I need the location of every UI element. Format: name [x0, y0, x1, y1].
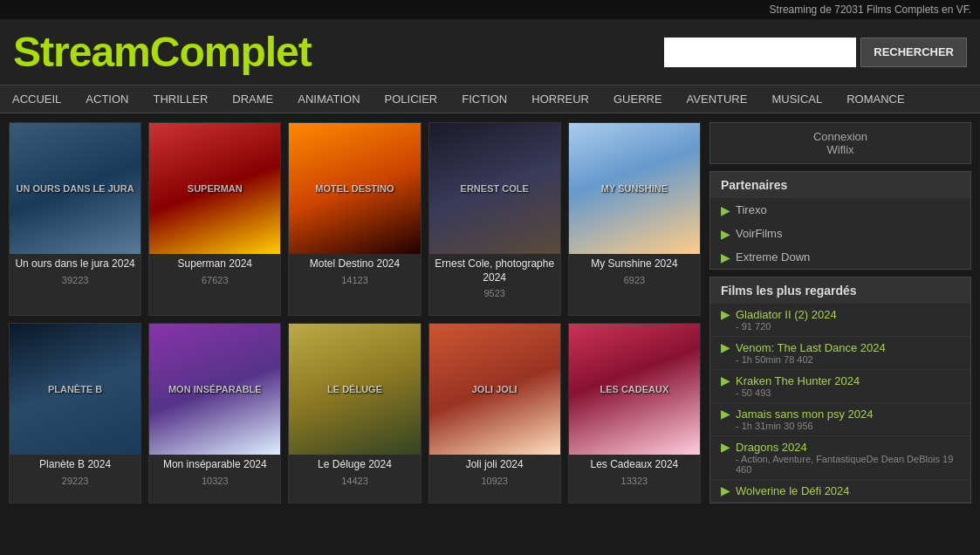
movie-title: Mon inséparable 2024 — [149, 455, 280, 474]
nav-item-horreur[interactable]: HORREUR — [519, 86, 601, 113]
movie-card[interactable]: ERNEST COLEErnest Cole, photographe 2024… — [428, 122, 561, 316]
movie-grid: UN OURS DANS LE JURAUn ours dans le jura… — [9, 122, 701, 504]
connexion-box: Connexion Wiflix — [709, 122, 971, 164]
movie-views: 6923 — [569, 273, 700, 290]
movie-views: 10323 — [149, 474, 280, 490]
movie-card[interactable]: UN OURS DANS LE JURAUn ours dans le jura… — [9, 122, 141, 316]
film-item-content: Jamais sans mon psy 2024- 1h 31min 30 95… — [736, 408, 960, 431]
nav-item-action[interactable]: ACTION — [73, 86, 140, 113]
partenaire-item[interactable]: ▶Extreme Down — [710, 245, 970, 269]
connexion-link[interactable]: Connexion — [721, 130, 960, 143]
movie-views: 29223 — [10, 474, 140, 490]
film-item: ▶Venom: The Last Dance 2024- 1h 50min 78… — [710, 337, 970, 370]
film-item: ▶Wolverine le Défi 2024 — [710, 480, 970, 503]
partenaires-box: Partenaires ▶Tirexo▶VoirFilms▶Extreme Do… — [709, 171, 971, 270]
film-item: ▶Kraken The Hunter 2024- 50 493 — [710, 370, 970, 403]
film-item-title[interactable]: Gladiator II (2) 2024 — [736, 308, 960, 321]
search-area: RECHERCHER — [664, 38, 967, 67]
partenaires-title: Partenaires — [710, 172, 970, 198]
movie-views: 14123 — [289, 273, 420, 290]
movie-card[interactable]: JOLI JOLIJoli joli 202410923 — [428, 323, 561, 504]
film-item-title[interactable]: Venom: The Last Dance 2024 — [736, 341, 960, 354]
arrow-icon: ▶ — [721, 441, 730, 453]
film-item: ▶Dragons 2024- Action, Aventure, Fantast… — [710, 436, 970, 480]
nav-item-fiction[interactable]: FICTION — [449, 86, 519, 113]
movie-title: Les Cadeaux 2024 — [569, 455, 700, 474]
nav-item-guerre[interactable]: GUERRE — [601, 86, 675, 113]
nav-item-policier[interactable]: POLICIER — [373, 86, 450, 113]
movie-views: 67623 — [149, 273, 280, 290]
partenaire-item[interactable]: ▶VoirFilms — [710, 222, 970, 245]
movie-poster: LES CADEAUX — [569, 324, 700, 455]
logo[interactable]: StreamComplet — [13, 28, 312, 76]
movie-poster: SUPERMAN — [149, 123, 280, 254]
film-item-content: Wolverine le Défi 2024 — [736, 484, 960, 497]
movie-views: 9523 — [429, 286, 560, 303]
sidebar: Connexion Wiflix Partenaires ▶Tirexo▶Voi… — [709, 122, 971, 504]
search-button[interactable]: RECHERCHER — [860, 38, 967, 67]
movie-poster: LE DÉLUGE — [289, 324, 420, 455]
film-item-title[interactable]: Wolverine le Défi 2024 — [736, 484, 960, 497]
nav-item-aventure[interactable]: AVENTURE — [675, 86, 760, 113]
movie-card[interactable]: SUPERMANSuperman 202467623 — [148, 122, 281, 316]
movie-poster: UN OURS DANS LE JURA — [10, 123, 140, 254]
arrow-icon: ▶ — [721, 341, 730, 353]
movie-title: Joli joli 2024 — [429, 455, 560, 474]
arrow-icon: ▶ — [721, 484, 730, 497]
film-item-content: Kraken The Hunter 2024- 50 493 — [736, 374, 960, 398]
films-list: ▶Gladiator II (2) 2024- 91 720▶Venom: Th… — [710, 304, 970, 503]
movie-views: 13323 — [569, 474, 700, 490]
movie-card[interactable]: LE DÉLUGELe Déluge 202414423 — [288, 323, 421, 504]
movie-card[interactable]: LES CADEAUXLes Cadeaux 202413323 — [568, 323, 701, 504]
movie-title: Superman 2024 — [149, 254, 280, 273]
films-box: Films les plus regardés ▶Gladiator II (2… — [709, 277, 971, 504]
movie-card[interactable]: MON INSÉPARABLEMon inséparable 202410323 — [148, 323, 281, 504]
movie-poster: MON INSÉPARABLE — [149, 324, 280, 455]
film-item-title[interactable]: Kraken The Hunter 2024 — [736, 374, 960, 387]
arrow-icon: ▶ — [721, 408, 730, 420]
movie-title: My Sunshine 2024 — [569, 254, 700, 273]
movie-views: 39223 — [10, 273, 140, 290]
film-item-meta: - 50 493 — [736, 387, 960, 398]
movie-title: Motel Destino 2024 — [289, 254, 420, 273]
movie-card[interactable]: MY SUNSHINEMy Sunshine 20246923 — [568, 122, 701, 316]
arrow-icon: ▶ — [721, 374, 730, 387]
arrow-icon: ▶ — [721, 251, 730, 264]
film-item: ▶Gladiator II (2) 2024- 91 720 — [710, 304, 970, 337]
header: StreamComplet RECHERCHER — [0, 19, 980, 85]
wiflix-link[interactable]: Wiflix — [721, 143, 960, 156]
movie-poster: ERNEST COLE — [429, 123, 560, 254]
movie-card[interactable]: PLANÈTE BPlanète B 202429223 — [9, 323, 141, 504]
movie-card[interactable]: MOTEL DESTINOMotel Destino 202414123 — [288, 122, 421, 316]
partenaire-label: VoirFilms — [736, 227, 782, 240]
film-item-meta: - Action, Aventure, FantastiqueDe Dean D… — [736, 454, 960, 475]
film-item: ▶Jamais sans mon psy 2024- 1h 31min 30 9… — [710, 403, 970, 436]
film-item-content: Gladiator II (2) 2024- 91 720 — [736, 308, 960, 332]
nav-item-romance[interactable]: ROMANCE — [834, 86, 916, 113]
movie-poster: MY SUNSHINE — [569, 123, 700, 254]
film-item-meta: - 1h 50min 78 402 — [736, 354, 960, 365]
nav-item-thriller[interactable]: THRILLER — [140, 86, 220, 113]
movie-title: Planète B 2024 — [10, 455, 140, 474]
movie-poster: PLANÈTE B — [10, 324, 140, 455]
nav-item-musical[interactable]: MUSICAL — [759, 86, 834, 113]
arrow-icon: ▶ — [721, 204, 730, 216]
search-input[interactable] — [664, 38, 856, 67]
partenaire-item[interactable]: ▶Tirexo — [710, 198, 970, 222]
film-item-title[interactable]: Dragons 2024 — [736, 441, 960, 454]
movie-title: Un ours dans le jura 2024 — [10, 254, 140, 273]
film-item-title[interactable]: Jamais sans mon psy 2024 — [736, 408, 960, 421]
movie-poster: JOLI JOLI — [429, 324, 560, 455]
nav-item-animation[interactable]: ANIMATION — [285, 86, 372, 113]
arrow-icon: ▶ — [721, 308, 730, 320]
partenaire-label: Tirexo — [736, 203, 767, 216]
topbar-text: Streaming de 72031 Films Complets en VF. — [770, 3, 971, 16]
partenaires-list: ▶Tirexo▶VoirFilms▶Extreme Down — [710, 198, 970, 269]
nav-item-drame[interactable]: DRAME — [220, 86, 285, 113]
movie-views: 14423 — [289, 474, 420, 490]
film-item-meta: - 1h 31min 30 956 — [736, 421, 960, 431]
main-content: UN OURS DANS LE JURAUn ours dans le jura… — [0, 113, 980, 512]
nav-item-accueil[interactable]: ACCUEIL — [0, 86, 73, 113]
movie-title: Ernest Cole, photographe 2024 — [429, 254, 560, 286]
films-title: Films les plus regardés — [710, 278, 970, 304]
